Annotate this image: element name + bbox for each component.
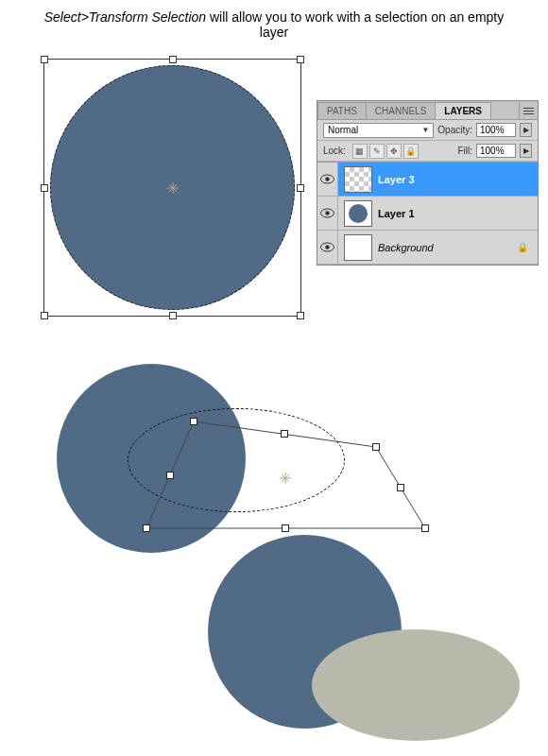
transform-handle[interactable] bbox=[282, 524, 289, 532]
layer-row[interactable]: Background 🔒 bbox=[317, 231, 538, 265]
layer-name[interactable]: Layer 3 bbox=[378, 174, 415, 185]
fill-slider-icon[interactable]: ▶ bbox=[520, 144, 532, 158]
tab-layers[interactable]: LAYERS bbox=[435, 102, 491, 119]
transform-handle[interactable] bbox=[397, 484, 404, 491]
figure-result bbox=[208, 535, 529, 752]
transform-handle[interactable] bbox=[281, 430, 288, 438]
layer-name[interactable]: Background bbox=[378, 242, 434, 253]
layer-row[interactable]: Layer 1 bbox=[317, 197, 538, 231]
opacity-slider-icon[interactable]: ▶ bbox=[520, 123, 532, 137]
lock-all-icon[interactable]: 🔒 bbox=[403, 144, 419, 159]
visibility-toggle-icon[interactable] bbox=[317, 231, 338, 264]
figure-perspective-transform bbox=[57, 359, 463, 548]
lock-row: Lock: ▦ ✎ ✥ 🔒 Fill: 100% ▶ bbox=[317, 141, 538, 162]
lock-pixels-icon[interactable]: ✎ bbox=[369, 144, 385, 159]
lock-icons-group: ▦ ✎ ✥ 🔒 bbox=[352, 144, 419, 159]
layers-panel: PATHS CHANNELS LAYERS Normal ▼ Opacity: … bbox=[317, 100, 539, 266]
blend-row: Normal ▼ Opacity: 100% ▶ bbox=[317, 120, 538, 141]
panel-tabs: PATHS CHANNELS LAYERS bbox=[317, 101, 538, 120]
opacity-input[interactable]: 100% bbox=[476, 123, 516, 137]
opacity-label: Opacity: bbox=[437, 125, 472, 135]
transform-handle[interactable] bbox=[143, 524, 150, 532]
layer-name[interactable]: Layer 1 bbox=[378, 208, 415, 219]
fill-input[interactable]: 100% bbox=[476, 144, 516, 158]
tab-channels[interactable]: CHANNELS bbox=[366, 102, 436, 119]
lock-transparency-icon[interactable]: ▦ bbox=[352, 144, 368, 159]
transform-handle[interactable] bbox=[41, 184, 48, 192]
transform-handle[interactable] bbox=[297, 56, 304, 63]
transform-handle[interactable] bbox=[297, 312, 304, 319]
layer-thumbnail[interactable] bbox=[344, 200, 372, 227]
layer-thumbnail[interactable] bbox=[344, 234, 372, 261]
panel-menu-icon[interactable] bbox=[519, 102, 538, 119]
visibility-toggle-icon[interactable] bbox=[317, 197, 338, 230]
transform-perspective-box[interactable] bbox=[142, 417, 425, 544]
lock-position-icon[interactable]: ✥ bbox=[386, 144, 402, 159]
transform-handle[interactable] bbox=[41, 312, 48, 319]
lock-indicator-icon: 🔒 bbox=[517, 242, 528, 252]
transform-handle[interactable] bbox=[166, 472, 174, 479]
transform-handle[interactable] bbox=[169, 312, 177, 319]
fill-label: Fill: bbox=[457, 146, 472, 156]
transform-bounding-box[interactable] bbox=[43, 59, 301, 317]
visibility-toggle-icon[interactable] bbox=[317, 163, 338, 196]
lock-label: Lock: bbox=[323, 146, 346, 156]
blend-mode-value: Normal bbox=[328, 125, 358, 135]
transform-handle[interactable] bbox=[41, 56, 48, 63]
caption-text: Select>Transform Selection will allow yo… bbox=[0, 0, 548, 45]
layer-thumbnail[interactable] bbox=[344, 166, 372, 193]
transform-handle[interactable] bbox=[421, 524, 429, 532]
canvas-upper bbox=[38, 53, 307, 322]
dropdown-icon: ▼ bbox=[421, 126, 429, 134]
transform-handle[interactable] bbox=[297, 184, 304, 192]
transform-handle[interactable] bbox=[169, 56, 177, 63]
tab-paths[interactable]: PATHS bbox=[317, 102, 367, 119]
shape-ellipse-overlay bbox=[312, 629, 520, 741]
svg-point-7 bbox=[325, 211, 329, 215]
caption-rest: will allow you to work with a selection … bbox=[206, 9, 504, 40]
transform-handle[interactable] bbox=[372, 443, 380, 451]
blend-mode-select[interactable]: Normal ▼ bbox=[323, 123, 434, 138]
transform-center-icon[interactable] bbox=[166, 181, 180, 195]
layer-row[interactable]: Layer 3 bbox=[317, 163, 538, 197]
layers-list: Layer 3 Layer 1 Background 🔒 bbox=[317, 162, 538, 265]
svg-point-5 bbox=[325, 177, 329, 180]
transform-handle[interactable] bbox=[190, 418, 197, 425]
caption-emphasis: Select>Transform Selection bbox=[44, 9, 206, 25]
svg-point-9 bbox=[325, 245, 329, 249]
